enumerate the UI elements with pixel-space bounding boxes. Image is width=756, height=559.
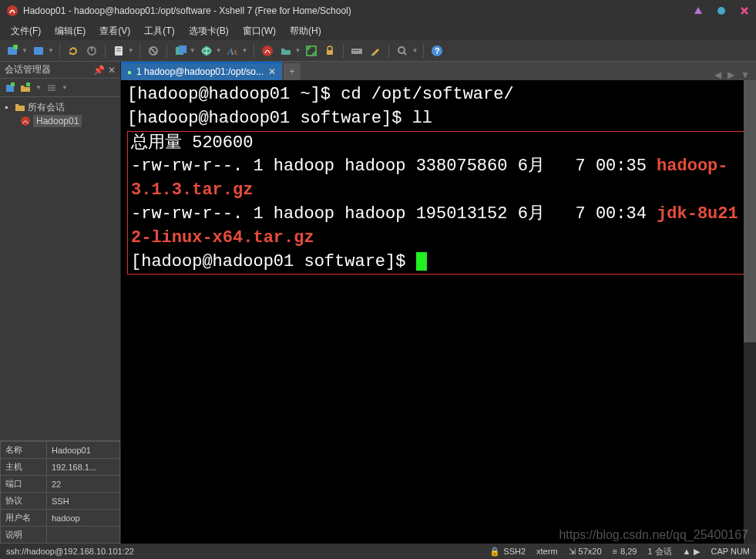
menu-view[interactable]: 查看(V) — [93, 22, 136, 40]
separator — [254, 44, 254, 58]
status-sessions: 1 会话 — [647, 546, 671, 557]
prop-value: 192.168.1... — [47, 459, 120, 476]
dropdown-icon[interactable]: ▼ — [128, 47, 134, 54]
highlight-icon[interactable] — [368, 43, 383, 59]
up-icon[interactable]: ▲ — [683, 547, 691, 556]
prop-label: 用户名 — [1, 510, 47, 527]
prop-label: 说明 — [1, 527, 47, 544]
session-icon — [20, 116, 31, 126]
svg-rect-22 — [307, 46, 316, 56]
scrollbar[interactable] — [744, 80, 756, 544]
new-session-icon[interactable] — [5, 43, 20, 59]
svg-text:?: ? — [435, 46, 440, 56]
svg-rect-4 — [13, 45, 18, 49]
menu-tools[interactable]: 工具(T) — [138, 22, 180, 40]
menu-edit[interactable]: 编辑(E) — [49, 22, 92, 40]
dropdown-icon[interactable]: ▼ — [412, 47, 418, 54]
separator — [343, 44, 344, 58]
tree-item-hadoop01[interactable]: Hadoop01 — [3, 114, 120, 128]
menu-file[interactable]: 文件(F) — [5, 22, 47, 40]
svg-point-29 — [398, 47, 405, 53]
dropdown-icon[interactable]: ▼ — [242, 47, 248, 54]
term-line: 总用量 520600 — [131, 132, 746, 156]
status-size: ⇲57x20 — [569, 547, 602, 557]
prop-row-host: 主机192.168.1... — [1, 459, 120, 476]
prop-row-proto: 协议SSH — [1, 493, 120, 510]
xshell-icon[interactable] — [260, 43, 275, 59]
separator — [59, 44, 60, 58]
watermark: https://blog.csdn.net/qq_25400167 — [559, 528, 748, 542]
svg-marker-1 — [694, 7, 702, 14]
open-icon[interactable] — [31, 43, 46, 59]
prop-row-desc: 说明 — [1, 527, 120, 544]
globe-icon[interactable] — [199, 43, 214, 59]
tab-list-icon[interactable]: ▼ — [741, 69, 750, 80]
status-caps: CAP NUM — [711, 547, 750, 556]
paste-icon[interactable] — [173, 43, 188, 59]
separator — [105, 44, 106, 58]
term-text: -rw-rw-r--. 1 hadoop hadoop 338075860 6月… — [131, 157, 657, 176]
menu-tabs[interactable]: 选项卡(B) — [183, 22, 235, 40]
tree-item-label: Hadoop01 — [33, 115, 82, 127]
menu-help[interactable]: 帮助(H) — [284, 22, 328, 40]
svg-rect-28 — [371, 55, 375, 56]
dropdown-icon[interactable]: ▼ — [35, 84, 42, 91]
svg-rect-24 — [351, 49, 362, 54]
list-icon[interactable] — [46, 83, 57, 93]
term-line: -rw-rw-r--. 1 hadoop hadoop 195013152 6月… — [131, 203, 746, 251]
copy-icon[interactable] — [146, 43, 161, 59]
reconnect-icon[interactable] — [66, 43, 81, 59]
session-properties: 名称Hadoop01 主机192.168.1... 端口22 协议SSH 用户名… — [0, 440, 120, 544]
dropdown-icon[interactable]: ▼ — [295, 47, 301, 54]
sidebar-header: 会话管理器 📌 ✕ — [0, 62, 120, 79]
terminal[interactable]: [hadoop@hadoop01 ~]$ cd /opt/software/[h… — [121, 80, 756, 544]
status-term: xterm — [536, 547, 558, 556]
separator — [139, 44, 140, 58]
dropdown-icon[interactable]: ▼ — [216, 47, 222, 54]
dropdown-icon[interactable]: ▼ — [22, 47, 28, 54]
tab-label: 1 hadoop@hadoop01:/opt/so... — [136, 66, 264, 77]
down-icon[interactable]: ▶ — [694, 547, 700, 557]
svg-line-13 — [150, 48, 156, 54]
tab-prev-icon[interactable]: ◀ — [714, 69, 721, 80]
pin-icon[interactable]: 📌 — [93, 65, 105, 76]
folder-icon — [15, 103, 25, 112]
resize-icon: ⇲ — [569, 547, 576, 557]
new-folder-icon[interactable] — [20, 83, 31, 93]
svg-rect-23 — [327, 50, 333, 55]
tab-nav: ◀ ▶ ▼ — [714, 69, 756, 80]
dropdown-icon[interactable]: ▼ — [62, 84, 68, 91]
dropdown-icon[interactable]: ▼ — [190, 47, 196, 54]
close-icon[interactable] — [739, 5, 750, 16]
font-icon[interactable]: AA — [225, 43, 240, 59]
collapse-icon[interactable]: ▪ — [5, 102, 12, 113]
menu-window[interactable]: 窗口(W) — [237, 22, 282, 40]
prop-value: hadoop — [47, 510, 120, 527]
fullscreen-icon[interactable] — [304, 43, 319, 59]
term-prompt: [hadoop@hadoop01 software]$ — [131, 252, 416, 271]
position-icon: ≡ — [613, 547, 617, 556]
scrollbar-thumb[interactable] — [744, 80, 756, 342]
tab-add-button[interactable]: + — [284, 63, 301, 80]
tree-root[interactable]: ▪ 所有会话 — [3, 100, 120, 114]
close-panel-icon[interactable]: ✕ — [108, 65, 116, 76]
keyboard-icon[interactable] — [349, 43, 365, 59]
disconnect-icon[interactable] — [84, 43, 99, 59]
maximize-icon[interactable] — [716, 5, 727, 16]
tab-active[interactable]: ● 1 hadoop@hadoop01:/opt/so... ✕ — [121, 62, 282, 80]
search-icon[interactable] — [395, 43, 410, 59]
minimize-icon[interactable] — [693, 5, 704, 16]
tab-close-icon[interactable]: ✕ — [268, 66, 276, 77]
term-line: [hadoop@hadoop01 software]$ — [131, 251, 746, 274]
help-icon[interactable]: ? — [429, 43, 445, 59]
properties-icon[interactable] — [111, 43, 126, 59]
tab-next-icon[interactable]: ▶ — [727, 69, 734, 80]
prop-label: 协议 — [1, 493, 47, 510]
svg-point-2 — [717, 7, 725, 15]
dropdown-icon[interactable]: ▼ — [48, 47, 54, 54]
folder-icon[interactable] — [278, 43, 294, 59]
lock-icon: 🔒 — [489, 547, 500, 557]
new-icon[interactable] — [5, 83, 15, 93]
lock-icon[interactable] — [322, 43, 338, 59]
prop-label: 端口 — [1, 476, 47, 493]
